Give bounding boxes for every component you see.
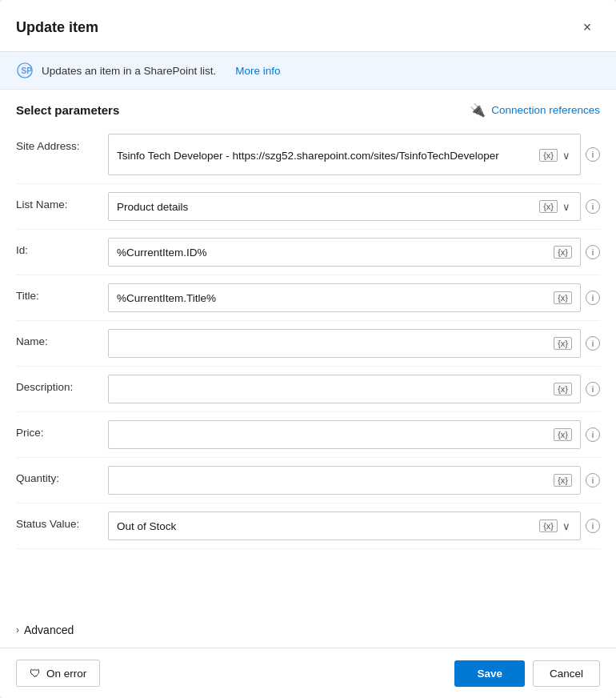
- id-label: Id:: [16, 238, 108, 256]
- site-address-input[interactable]: Tsinfo Tech Developer - https://szg52.sh…: [108, 134, 581, 175]
- info-icon-status-value[interactable]: i: [586, 519, 600, 533]
- id-input[interactable]: %CurrentItem.ID% {x}: [108, 238, 581, 267]
- form-row-id: Id: %CurrentItem.ID% {x} i: [16, 230, 600, 275]
- title-input[interactable]: %CurrentItem.Title% {x}: [108, 283, 581, 312]
- site-address-actions: {x} ∨: [539, 149, 572, 162]
- connection-references-label: Connection references: [491, 104, 600, 116]
- price-actions: {x}: [554, 428, 572, 441]
- section-header: Select parameters 🔌 Connection reference…: [0, 90, 616, 126]
- id-value: %CurrentItem.ID%: [117, 247, 547, 259]
- chevron-down-list-name[interactable]: ∨: [561, 201, 572, 213]
- name-label: Name:: [16, 329, 108, 347]
- save-button[interactable]: Save: [454, 660, 525, 687]
- form-row-status-value: Status Value: Out of Stock {x} ∨ i: [16, 503, 600, 549]
- chevron-down-status-value[interactable]: ∨: [561, 520, 572, 532]
- advanced-label: Advanced: [24, 624, 74, 636]
- site-address-control: Tsinfo Tech Developer - https://szg52.sh…: [108, 134, 600, 175]
- fx-badge-quantity[interactable]: {x}: [554, 474, 572, 487]
- plug-icon: 🔌: [470, 102, 486, 118]
- form-row-quantity: Quantity: {x} i: [16, 458, 600, 503]
- status-value-input[interactable]: Out of Stock {x} ∨: [108, 511, 581, 540]
- dialog-title: Update item: [16, 19, 98, 36]
- fx-badge-site-address[interactable]: {x}: [539, 149, 558, 162]
- price-control: {x} i: [108, 420, 600, 449]
- fx-badge-description[interactable]: {x}: [554, 383, 572, 395]
- quantity-label: Quantity:: [16, 466, 108, 484]
- list-name-value: Product details: [117, 201, 533, 213]
- info-icon-title[interactable]: i: [586, 291, 600, 305]
- id-control: %CurrentItem.ID% {x} i: [108, 238, 600, 267]
- info-icon-price[interactable]: i: [586, 427, 600, 442]
- shield-icon: 🛡: [30, 667, 41, 680]
- form-row-list-name: List Name: Product details {x} ∨ i: [16, 184, 600, 230]
- form-body: Site Address: Tsinfo Tech Developer - ht…: [0, 126, 616, 612]
- cancel-button[interactable]: Cancel: [533, 660, 600, 687]
- title-actions: {x}: [554, 291, 572, 304]
- id-actions: {x}: [554, 246, 572, 259]
- form-row-title: Title: %CurrentItem.Title% {x} i: [16, 275, 600, 321]
- sharepoint-icon: SP: [16, 62, 34, 79]
- status-value-control: Out of Stock {x} ∨ i: [108, 511, 600, 540]
- price-label: Price:: [16, 420, 108, 439]
- svg-text:SP: SP: [21, 66, 32, 75]
- info-icon-description[interactable]: i: [586, 382, 600, 396]
- description-actions: {x}: [554, 383, 572, 395]
- list-name-label: List Name:: [16, 192, 108, 211]
- form-row-name: Name: {x} i: [16, 321, 600, 367]
- info-icon-list-name[interactable]: i: [586, 199, 600, 214]
- on-error-label: On error: [46, 668, 86, 680]
- info-icon-name[interactable]: i: [586, 336, 600, 351]
- close-button[interactable]: ×: [574, 14, 600, 40]
- description-control: {x} i: [108, 375, 600, 403]
- fx-badge-id[interactable]: {x}: [554, 246, 572, 259]
- form-row-price: Price: {x} i: [16, 412, 600, 458]
- site-address-value: Tsinfo Tech Developer - https://szg52.sh…: [117, 150, 533, 162]
- chevron-down-site-address[interactable]: ∨: [561, 150, 572, 162]
- quantity-control: {x} i: [108, 466, 600, 495]
- quantity-input[interactable]: {x}: [108, 466, 581, 495]
- more-info-link[interactable]: More info: [235, 65, 280, 77]
- info-text: Updates an item in a SharePoint list.: [42, 65, 216, 77]
- dialog-footer: 🛡 On error Save Cancel: [0, 648, 616, 698]
- info-banner: SP Updates an item in a SharePoint list.…: [0, 52, 616, 90]
- list-name-input[interactable]: Product details {x} ∨: [108, 192, 581, 221]
- info-icon-id[interactable]: i: [586, 245, 600, 259]
- name-control: {x} i: [108, 329, 600, 358]
- form-row-description: Description: {x} i: [16, 367, 600, 412]
- fx-badge-list-name[interactable]: {x}: [539, 200, 558, 213]
- status-value-actions: {x} ∨: [539, 519, 572, 532]
- title-label: Title:: [16, 283, 108, 302]
- on-error-button[interactable]: 🛡 On error: [16, 660, 100, 687]
- dialog-header: Update item ×: [0, 0, 616, 52]
- site-address-label: Site Address:: [16, 134, 108, 152]
- list-name-actions: {x} ∨: [539, 200, 572, 213]
- select-parameters-title: Select parameters: [16, 103, 119, 117]
- title-control: %CurrentItem.Title% {x} i: [108, 283, 600, 312]
- price-input[interactable]: {x}: [108, 420, 581, 449]
- fx-badge-status-value[interactable]: {x}: [539, 519, 558, 532]
- status-value-label: Status Value:: [16, 511, 108, 530]
- title-value: %CurrentItem.Title%: [117, 292, 547, 304]
- fx-badge-name[interactable]: {x}: [554, 337, 572, 350]
- advanced-section[interactable]: › Advanced: [0, 612, 616, 648]
- update-item-dialog: Update item × SP Updates an item in a Sh…: [0, 0, 616, 698]
- fx-badge-title[interactable]: {x}: [554, 291, 572, 304]
- chevron-right-icon: ›: [16, 624, 19, 636]
- fx-badge-price[interactable]: {x}: [554, 428, 572, 441]
- connection-references-button[interactable]: 🔌 Connection references: [470, 102, 600, 118]
- name-input[interactable]: {x}: [108, 329, 581, 358]
- name-actions: {x}: [554, 337, 572, 350]
- status-value-value: Out of Stock: [117, 520, 533, 532]
- footer-right: Save Cancel: [454, 660, 600, 687]
- form-row-site-address: Site Address: Tsinfo Tech Developer - ht…: [16, 126, 600, 184]
- info-icon-site-address[interactable]: i: [586, 147, 600, 162]
- description-label: Description:: [16, 375, 108, 393]
- list-name-control: Product details {x} ∨ i: [108, 192, 600, 221]
- quantity-actions: {x}: [554, 474, 572, 487]
- description-input[interactable]: {x}: [108, 375, 581, 403]
- info-icon-quantity[interactable]: i: [586, 473, 600, 487]
